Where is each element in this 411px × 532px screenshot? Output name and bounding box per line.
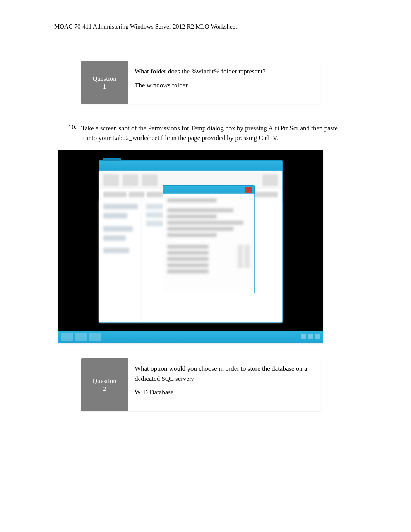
- windows-taskbar: [58, 331, 323, 343]
- dialog-text-row: [167, 215, 217, 218]
- question-answer-2: WID Database: [135, 387, 314, 397]
- address-chunk: [129, 192, 144, 197]
- start-button: [61, 332, 73, 341]
- explorer-titlebar: [99, 161, 282, 171]
- dialog-text-row: [167, 208, 233, 212]
- question-label-number: 2: [103, 385, 106, 393]
- dialog-text-row: [167, 257, 209, 261]
- tray-icon: [301, 334, 306, 339]
- checkbox-column: [245, 245, 250, 268]
- ribbon-group: [123, 174, 138, 186]
- taskbar-button: [89, 332, 101, 341]
- step-number: 10.: [66, 123, 81, 143]
- nav-item: [103, 226, 133, 232]
- question-block-1: Question 1 What folder does the %windir%…: [81, 61, 321, 104]
- taskbar-button: [75, 332, 87, 341]
- nav-item: [103, 235, 126, 241]
- dialog-text-row: [167, 233, 217, 237]
- nav-item: [103, 213, 127, 218]
- permissions-grid: [167, 245, 250, 276]
- dialog-text-row: [167, 221, 243, 225]
- step-row-10: 10. Take a screen shot of the Permission…: [54, 123, 341, 143]
- question-label-2: Question 2: [81, 358, 128, 411]
- question-body-1: What folder does the %windir% folder rep…: [128, 61, 321, 104]
- checkbox-column: [238, 245, 243, 268]
- document-header: MOAC 70-411 Administering Windows Server…: [0, 23, 411, 30]
- dialog-text-row: [167, 198, 217, 202]
- permissions-dialog-body: [163, 194, 254, 293]
- question-label-word: Question: [92, 75, 116, 83]
- document-body: Question 1 What folder does the %windir%…: [0, 61, 411, 411]
- dialog-text-row: [167, 245, 209, 249]
- ribbon-group: [103, 174, 119, 186]
- address-chunk: [103, 192, 127, 197]
- question-prompt-2: What option would you choose in order to…: [135, 364, 314, 384]
- close-icon: [245, 187, 252, 193]
- question-label-word: Question: [92, 377, 116, 385]
- question-label-1: Question 1: [81, 61, 128, 104]
- nav-item: [103, 204, 138, 209]
- explorer-nav-pane: [99, 200, 142, 322]
- dialog-text-row: [167, 251, 209, 255]
- question-answer-1: The windows folder: [135, 80, 314, 90]
- nav-item: [103, 248, 129, 253]
- step-text: Take a screen shot of the Permissions fo…: [81, 123, 341, 143]
- dialog-text-row: [167, 269, 209, 273]
- question-prompt-1: What folder does the %windir% folder rep…: [135, 66, 314, 77]
- system-tray: [301, 334, 320, 339]
- ribbon-group: [262, 174, 278, 186]
- dialog-text-row: [167, 227, 233, 231]
- dialog-text-row: [167, 263, 209, 267]
- permissions-dialog-titlebar: [163, 186, 254, 194]
- tray-icon: [315, 334, 320, 339]
- question-label-number: 1: [103, 83, 106, 90]
- permissions-dialog: [163, 185, 255, 293]
- screenshot-container: [58, 150, 323, 343]
- question-body-2: What option would you choose in order to…: [128, 358, 321, 411]
- ribbon-group: [142, 174, 158, 186]
- question-block-2: Question 2 What option would you choose …: [81, 358, 321, 411]
- tray-icon: [308, 334, 313, 339]
